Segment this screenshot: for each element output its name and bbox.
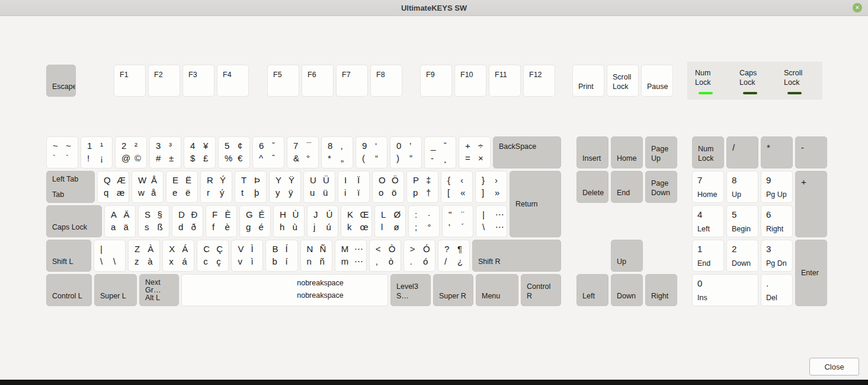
key-b[interactable]: BÍbí — [265, 240, 297, 272]
key-up[interactable]: Up — [611, 240, 643, 272]
key-kp-7[interactable]: 7Home — [692, 171, 724, 203]
key-equal[interactable]: +÷=× — [459, 136, 491, 168]
key-e[interactable]: EËeë — [166, 171, 198, 203]
key-v[interactable]: VÌvì — [231, 240, 263, 272]
key-kp-1[interactable]: 1End — [692, 240, 724, 272]
key-pageup[interactable]: Page Up — [645, 136, 677, 168]
key-8[interactable]: 8‚*„ — [321, 136, 353, 168]
key-u[interactable]: UÜuü — [303, 171, 335, 203]
key-kp-divide[interactable]: / — [726, 136, 758, 168]
key-1[interactable]: 1¹!¡ — [81, 136, 113, 168]
key-9[interactable]: 9‘(“ — [355, 136, 387, 168]
key-f10[interactable]: F10 — [454, 65, 486, 97]
key-j[interactable]: JÚjú — [307, 205, 338, 237]
key-print[interactable]: Print — [572, 65, 604, 97]
key-f[interactable]: FÈfè — [206, 205, 237, 237]
key-menu[interactable]: Menu — [476, 274, 518, 306]
key-l[interactable]: LØlø — [374, 205, 406, 237]
key-r[interactable]: RÝrý — [200, 171, 232, 203]
key-x[interactable]: XÁxá — [162, 240, 194, 272]
key-space[interactable]: nobreakspacenobreakspace — [181, 274, 388, 306]
key-0[interactable]: 0’)” — [390, 136, 422, 168]
key-f8[interactable]: F8 — [370, 65, 402, 97]
key-apostrophe[interactable]: "¨'´ — [442, 205, 473, 237]
key-7[interactable]: 7¯&° — [287, 136, 319, 168]
key-kp-6[interactable]: 6Right — [761, 205, 793, 237]
key-n[interactable]: NÑnñ — [300, 240, 332, 272]
key-5[interactable]: 5¢%€ — [218, 136, 250, 168]
key-t[interactable]: TÞtþ — [235, 171, 267, 203]
key-delete[interactable]: Delete — [576, 171, 608, 203]
key-right[interactable]: Right — [645, 274, 677, 306]
key-super-l[interactable]: Super L — [94, 274, 137, 306]
key-k[interactable]: KŒkœ — [341, 205, 372, 237]
key-f9[interactable]: F9 — [420, 65, 452, 97]
key-slash[interactable]: ?¶/¿ — [438, 240, 470, 272]
key-f3[interactable]: F3 — [182, 65, 214, 97]
key-o[interactable]: OÖoö — [372, 171, 404, 203]
key-scroll-lock[interactable]: Scroll Lock — [607, 65, 639, 97]
key-3[interactable]: 3³#± — [149, 136, 181, 168]
key-home[interactable]: Home — [611, 136, 643, 168]
key-control-l[interactable]: Control L — [46, 274, 92, 306]
key-f12[interactable]: F12 — [523, 65, 555, 97]
key-minus[interactable]: _˘-¸ — [424, 136, 456, 168]
key-f2[interactable]: F2 — [148, 65, 180, 97]
key-end[interactable]: End — [611, 171, 643, 203]
key-kp-numlock[interactable]: Num Lock — [692, 136, 724, 168]
key-kp-enter[interactable]: Enter — [795, 240, 827, 306]
key-d[interactable]: DÐdð — [172, 205, 203, 237]
close-button[interactable]: Close — [809, 358, 859, 376]
key-6[interactable]: 6ˇ^ˆ — [252, 136, 284, 168]
key-kp-9[interactable]: 9Pg Up — [761, 171, 793, 203]
key-f1[interactable]: F1 — [114, 65, 146, 97]
key-f7[interactable]: F7 — [336, 65, 368, 97]
key-kp-decimal[interactable]: .Del — [761, 274, 793, 306]
key-escape[interactable]: Escape — [46, 65, 76, 97]
key-c[interactable]: CÇcç — [197, 240, 229, 272]
key-f4[interactable]: F4 — [217, 65, 249, 97]
key-pagedown[interactable]: Page Down — [645, 171, 677, 203]
key-h[interactable]: HÙhù — [273, 205, 305, 237]
key-kp-8[interactable]: 8Up — [726, 171, 758, 203]
key-kp-multiply[interactable]: * — [761, 136, 793, 168]
key-f11[interactable]: F11 — [489, 65, 521, 97]
key-comma[interactable]: <Ò,ò — [369, 240, 401, 272]
key-y[interactable]: YŸyÿ — [269, 171, 301, 203]
key-semicolon[interactable]: :·;° — [408, 205, 440, 237]
key-down[interactable]: Down — [611, 274, 643, 306]
key-period[interactable]: >Ó.ó — [403, 240, 435, 272]
key-insert[interactable]: Insert — [576, 136, 608, 168]
key-bracketright[interactable]: }›]» — [475, 171, 507, 203]
key-left[interactable]: Left — [576, 274, 608, 306]
key-less[interactable]: |\\ — [94, 240, 126, 272]
key-shift-l[interactable]: Shift L — [46, 240, 91, 272]
key-kp-5[interactable]: 5Begin — [726, 205, 758, 237]
key-bracketleft[interactable]: {‹[« — [441, 171, 473, 203]
key-tab[interactable]: Left TabTab — [46, 171, 95, 203]
key-backslash[interactable]: |⋯\⋯ — [476, 205, 507, 237]
key-g[interactable]: GÉgé — [239, 205, 271, 237]
key-capslock[interactable]: Caps Lock — [46, 205, 102, 237]
key-grave[interactable]: ~~`` — [46, 136, 78, 168]
window-close-button[interactable]: ✕ — [853, 3, 862, 12]
key-alt-l[interactable]: Next Gr…Alt L — [139, 274, 179, 306]
key-kp-2[interactable]: 2Down — [726, 240, 758, 272]
key-return[interactable]: Return — [510, 171, 561, 237]
key-kp-3[interactable]: 3Pg Dn — [761, 240, 793, 272]
key-p[interactable]: P‡p† — [406, 171, 438, 203]
key-control-r[interactable]: Control R — [521, 274, 561, 306]
key-4[interactable]: 4¥$£ — [184, 136, 216, 168]
key-pause[interactable]: Pause — [641, 65, 673, 97]
key-backspace[interactable]: BackSpace — [493, 136, 561, 168]
key-level3-shift[interactable]: Level3 S… — [390, 274, 431, 306]
key-m[interactable]: M⋯m⋯ — [335, 240, 367, 272]
key-a[interactable]: AÄaä — [104, 205, 136, 237]
key-f5[interactable]: F5 — [267, 65, 299, 97]
key-z[interactable]: ZÀzà — [128, 240, 160, 272]
key-kp-4[interactable]: 4Left — [692, 205, 724, 237]
key-kp-subtract[interactable]: - — [795, 136, 827, 168]
key-s[interactable]: S§sß — [138, 205, 169, 237]
key-f6[interactable]: F6 — [302, 65, 334, 97]
key-super-r[interactable]: Super R — [433, 274, 473, 306]
